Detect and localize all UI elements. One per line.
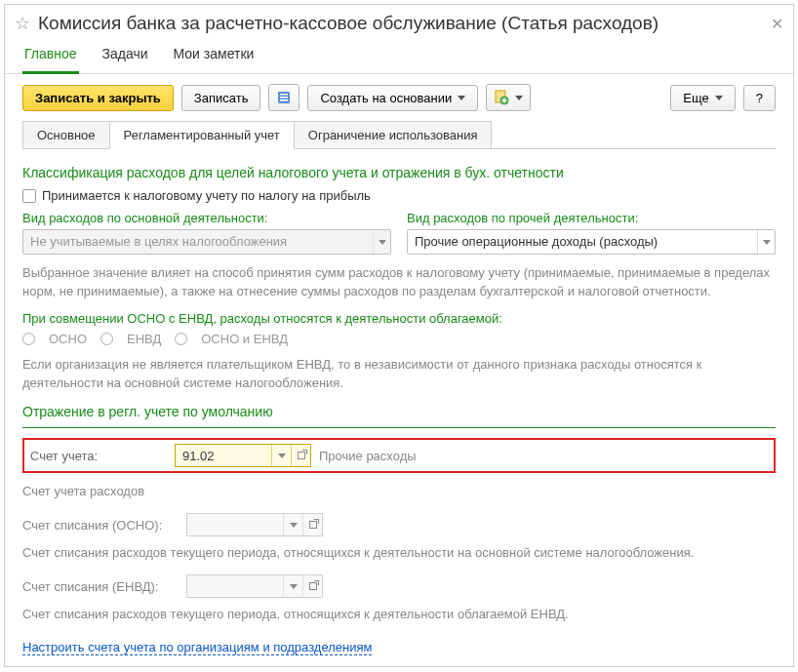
account-expense-label: Счет учета расходов (22, 483, 776, 501)
open-button[interactable] (302, 575, 322, 597)
dropdown-button[interactable] (283, 575, 302, 597)
writeoff-osno-input[interactable] (186, 513, 323, 536)
other-expense-type-input[interactable]: Прочие операционные доходы (расходы) (407, 229, 776, 255)
writeoff-osno-desc: Счет списания расходов текущего периода,… (22, 544, 776, 563)
account-label: Счет учета: (30, 449, 167, 463)
account-description: Прочие расходы (319, 449, 417, 463)
caret-down-icon (715, 96, 723, 100)
radio-osno[interactable] (22, 333, 35, 345)
nav-tabs: Главное Задачи Мои заметки (5, 40, 793, 74)
svg-rect-2 (280, 97, 288, 99)
writeoff-envd-label: Счет списания (ЕНВД): (22, 579, 179, 594)
configure-accounts-link[interactable]: Настроить счета учета по организациям и … (22, 640, 372, 655)
combining-description: Если организация не является плательщико… (22, 356, 776, 393)
radio-envd[interactable] (100, 333, 113, 345)
create-from-button[interactable]: Создать на основании (307, 85, 478, 111)
account-input[interactable]: 91.02 (175, 444, 311, 467)
open-button[interactable] (302, 514, 322, 535)
caret-down-icon (458, 96, 465, 100)
main-expense-type-label: Вид расходов по основной деятельности: (22, 211, 391, 225)
account-row-highlight: Счет учета: 91.02 Прочие расходы (22, 438, 776, 473)
list-icon (276, 90, 292, 105)
nav-tab-tasks[interactable]: Задачи (100, 40, 150, 73)
favorite-star-icon[interactable]: ☆ (15, 13, 30, 34)
nav-tab-notes[interactable]: Мои заметки (172, 40, 257, 73)
dropdown-button[interactable] (271, 445, 291, 466)
save-button[interactable]: Записать (181, 85, 261, 111)
toolbar: Записать и закрыть Записать Создать на о… (5, 74, 793, 121)
svg-rect-1 (280, 94, 288, 96)
window-title: Комиссия банка за расчетно-кассовое обсл… (38, 13, 763, 34)
subtab-regl[interactable]: Регламентированный учет (109, 121, 295, 149)
dropdown-button[interactable] (373, 230, 390, 254)
report-icon-button[interactable] (486, 84, 531, 111)
combining-label: При совмещении ОСНО с ЕНВД, расходы отно… (22, 311, 776, 326)
subtab-limit[interactable]: Ограничение использования (294, 121, 493, 148)
open-button[interactable] (291, 445, 310, 466)
list-icon-button[interactable] (268, 84, 299, 111)
classification-title: Классификация расходов для целей налогов… (22, 165, 776, 180)
more-button[interactable]: Еще (670, 85, 735, 111)
writeoff-envd-desc: Счет списания расходов текущего периода,… (22, 606, 776, 624)
subtab-basic[interactable]: Основное (22, 121, 110, 148)
classification-description: Выбранное значение влияет на способ прин… (22, 264, 776, 301)
sub-tabs: Основное Регламентированный учет Огранич… (22, 121, 776, 149)
radio-both[interactable] (175, 333, 187, 345)
svg-rect-7 (502, 99, 507, 100)
main-expense-type-input[interactable]: Не учитываемые в целях налогообложения (22, 229, 391, 255)
other-expense-type-label: Вид расходов по прочей деятельности: (407, 211, 776, 225)
nav-tab-main[interactable]: Главное (22, 40, 79, 74)
help-button[interactable]: ? (743, 85, 776, 111)
dropdown-button[interactable] (283, 514, 302, 535)
writeoff-envd-input[interactable] (186, 574, 323, 598)
regl-title: Отражение в регл. учете по умолчанию (22, 404, 776, 419)
report-icon (494, 90, 509, 105)
save-close-button[interactable]: Записать и закрыть (22, 85, 174, 111)
tax-checkbox[interactable] (22, 189, 36, 203)
writeoff-osno-label: Счет списания (ОСНО): (22, 518, 179, 533)
close-icon[interactable]: ✕ (771, 15, 783, 33)
svg-rect-3 (280, 99, 288, 101)
tax-checkbox-label: Принимается к налоговому учету по налогу… (42, 188, 371, 203)
dropdown-button[interactable] (757, 230, 775, 254)
caret-down-icon (515, 96, 523, 100)
